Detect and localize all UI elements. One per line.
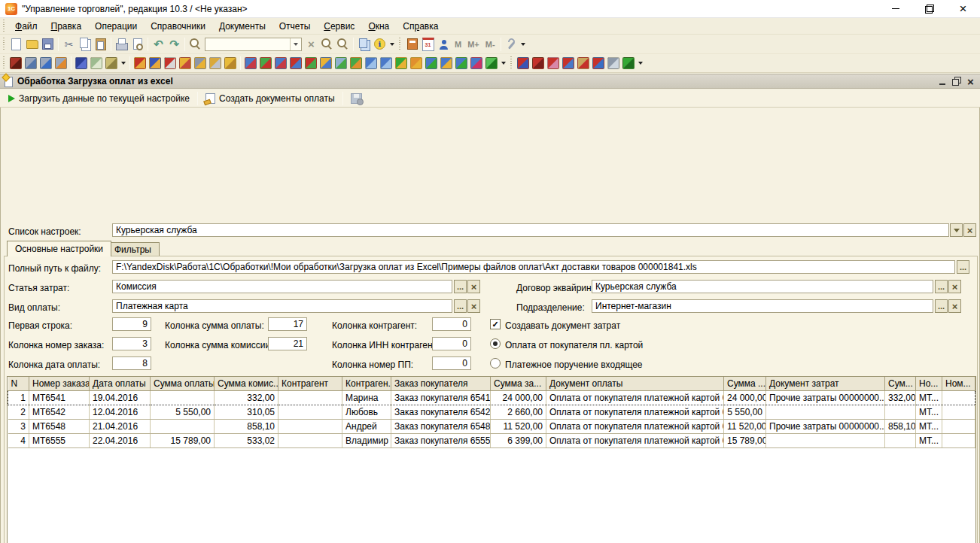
- cell[interactable]: [278, 405, 342, 420]
- approve-document-icon[interactable]: [425, 57, 437, 69]
- service-settings-icon[interactable]: [504, 36, 519, 52]
- open-document-icon[interactable]: [24, 36, 40, 52]
- sales-documents-icon[interactable]: [245, 57, 257, 69]
- banknote-icon[interactable]: [90, 57, 102, 69]
- department-input[interactable]: [592, 299, 933, 313]
- cell[interactable]: 4: [8, 434, 29, 448]
- first-row-input[interactable]: [112, 317, 151, 331]
- cell[interactable]: [151, 420, 215, 434]
- cell[interactable]: Прочие затраты 00000000...: [766, 420, 885, 434]
- cut-icon[interactable]: [61, 36, 77, 52]
- file-path-input[interactable]: [112, 260, 955, 274]
- cell[interactable]: [766, 405, 885, 420]
- structure-dropdown-icon[interactable]: [499, 56, 507, 71]
- cell[interactable]: 12.04.2016: [90, 405, 151, 420]
- cell[interactable]: МТ6541: [29, 391, 90, 405]
- print-doc-orange-icon[interactable]: [55, 57, 67, 69]
- menu-item-edit[interactable]: Правка: [44, 19, 89, 34]
- create-payment-documents-button[interactable]: Создать документы оплаты: [200, 90, 340, 107]
- document-discount-icon[interactable]: [455, 57, 467, 69]
- commission-sum-column-input[interactable]: [268, 337, 307, 350]
- cell[interactable]: 15 789,00: [151, 434, 215, 448]
- undo-icon[interactable]: [151, 36, 166, 52]
- cell[interactable]: 858,10: [885, 420, 916, 434]
- information-dropdown-icon[interactable]: [388, 36, 396, 52]
- reports-dropdown-icon[interactable]: [636, 56, 644, 71]
- add-money-icon[interactable]: [395, 57, 407, 69]
- save-icon[interactable]: [40, 36, 56, 52]
- cell[interactable]: 6 399,00: [491, 434, 546, 448]
- payment-sum-column-input[interactable]: [268, 317, 307, 331]
- minimize-button[interactable]: [878, 0, 912, 18]
- cell[interactable]: 21.04.2016: [90, 420, 151, 434]
- goods-receipt-icon[interactable]: [260, 57, 272, 69]
- order-number-column-input[interactable]: [112, 337, 151, 350]
- menu-grip[interactable]: [2, 20, 5, 33]
- payment-type-clear-button[interactable]: ×: [467, 299, 480, 313]
- cell[interactable]: 332,00: [885, 391, 916, 405]
- cell[interactable]: 19.04.2016: [90, 391, 151, 405]
- cell[interactable]: 24 000,00: [491, 391, 546, 405]
- cell[interactable]: 310,05: [215, 405, 278, 420]
- find-previous-icon[interactable]: [335, 36, 351, 52]
- cell[interactable]: [766, 434, 885, 448]
- payment-orders-icon[interactable]: [209, 57, 221, 69]
- cell[interactable]: Оплата от покупателя платежной картой 0.…: [546, 434, 724, 448]
- cell[interactable]: [942, 434, 975, 448]
- restore-button[interactable]: [912, 0, 946, 18]
- cell[interactable]: Прочие затраты 00000000...: [766, 391, 885, 405]
- cell[interactable]: МТ...: [916, 434, 942, 448]
- information-icon[interactable]: [372, 36, 388, 52]
- department-clear-button[interactable]: ×: [948, 299, 961, 313]
- child-restore-button[interactable]: [950, 76, 963, 87]
- document-manager-icon[interactable]: [470, 57, 482, 69]
- tab-filters[interactable]: Фильтры: [106, 242, 160, 256]
- report-customers-icon[interactable]: [517, 57, 529, 69]
- bank-payments-icon[interactable]: [194, 57, 206, 69]
- search-input[interactable]: [205, 38, 290, 50]
- cell[interactable]: 5 550,00: [151, 405, 215, 420]
- print-preview-icon[interactable]: [129, 36, 145, 52]
- settings-dropdown-button[interactable]: [950, 223, 963, 237]
- cell[interactable]: 22.04.2016: [90, 434, 151, 448]
- report-stock-icon[interactable]: [562, 57, 574, 69]
- load-data-icon[interactable]: [350, 57, 362, 69]
- menu-item-help[interactable]: Справка: [396, 19, 445, 34]
- tab-main-settings[interactable]: Основные настройки: [7, 241, 111, 256]
- cell[interactable]: 15 789,00: [724, 434, 766, 448]
- documents-exchange-icon[interactable]: [365, 57, 377, 69]
- journal-book-icon[interactable]: [10, 57, 22, 69]
- cell[interactable]: Оплата от покупателя платежной картой 0.…: [546, 405, 724, 420]
- toolbar-grip[interactable]: [2, 56, 5, 70]
- cell[interactable]: Заказ покупателя 6548 ...: [391, 420, 491, 434]
- counterparties-icon[interactable]: [75, 57, 87, 69]
- save-settings-button[interactable]: [345, 90, 367, 107]
- settings-clear-button[interactable]: ×: [963, 223, 976, 237]
- menu-item-windows[interactable]: Окна: [361, 19, 396, 34]
- copy-special-icon[interactable]: [356, 36, 372, 52]
- cell[interactable]: [278, 434, 342, 448]
- service-dropdown-icon[interactable]: [519, 36, 528, 52]
- acquiring-contract-input[interactable]: [592, 280, 933, 293]
- cell[interactable]: Заказ покупателя 6542 ...: [391, 405, 491, 420]
- cell[interactable]: 11 520,00: [724, 420, 766, 434]
- cell[interactable]: 24 000,00: [724, 391, 766, 405]
- toolbar-grip[interactable]: [509, 56, 513, 70]
- payment-type-input[interactable]: [112, 299, 452, 313]
- cost-item-input[interactable]: [112, 280, 452, 293]
- cell[interactable]: Заказ покупателя 6541 ...: [391, 391, 491, 405]
- close-button[interactable]: [946, 0, 980, 18]
- acquiring-contract-clear-button[interactable]: ×: [948, 280, 961, 293]
- customer-orders-icon[interactable]: [149, 57, 161, 69]
- memory-minus-button[interactable]: M-: [482, 36, 498, 52]
- cell[interactable]: Заказ покупателя 6555 ...: [391, 434, 491, 448]
- child-minimize-button[interactable]: [936, 76, 948, 87]
- inventory-icon[interactable]: [335, 57, 347, 69]
- cell[interactable]: 533,02: [215, 434, 278, 448]
- money-transfer-icon[interactable]: [320, 57, 332, 69]
- calculator-icon[interactable]: [404, 36, 420, 52]
- menu-item-operations[interactable]: Операции: [88, 19, 144, 34]
- cash-register-icon[interactable]: [105, 57, 117, 69]
- report-registry-icon[interactable]: [607, 57, 619, 69]
- cell[interactable]: [151, 391, 215, 405]
